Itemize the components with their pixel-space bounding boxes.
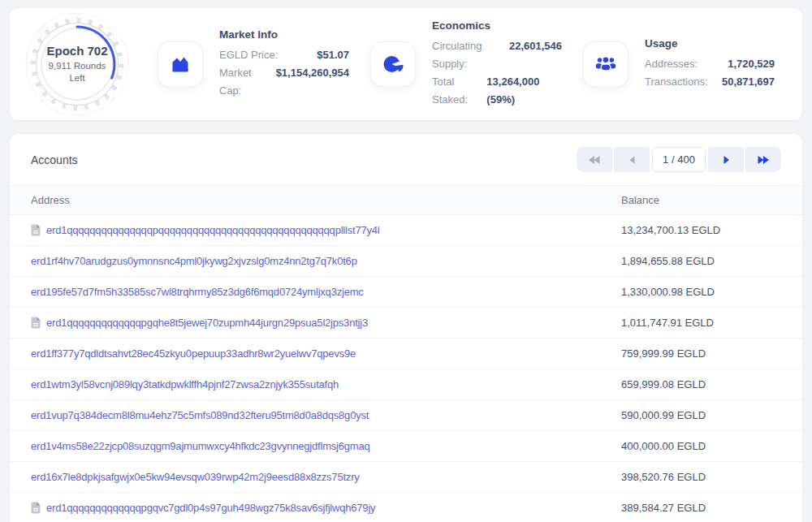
account-address-link[interactable]: erd1qqqqqqqqqqqqqqqpqqqqqqqqqqqqqqqqqqqq…: [46, 224, 380, 236]
double-chevron-right-icon: [758, 156, 769, 164]
table-row: erd195fe57d7fm5h33585sc7wl8trqhrmy85z3dg…: [10, 277, 802, 308]
table-row: erd1qqqqqqqqqqqqqqqpqqqqqqqqqqqqqqqqqqqq…: [10, 215, 802, 246]
table-row: erd16x7le8dpkjsafgwjx0e5kw94evsqw039rwp4…: [10, 462, 802, 493]
epoch-rounds-left-label: Left: [69, 72, 84, 85]
account-balance: 759,999.99 EGLD: [621, 347, 781, 360]
account-balance: 1,894,655.88 EGLD: [621, 255, 781, 267]
market-cap-label: Market Cap:: [219, 64, 276, 100]
balance-column-header: Balance: [621, 194, 781, 206]
table-row: erd1vup7q384decm8l8mu4ehz75c5mfs089nd32f…: [10, 400, 802, 431]
account-balance: 400,000.00 EGLD: [621, 440, 781, 452]
account-address-link[interactable]: erd1qqqqqqqqqqqqqpgqvc7gdl0p4s97guh498wg…: [46, 502, 375, 514]
smart-contract-icon: [31, 224, 41, 236]
table-row: erd1v4ms58e22zjcp08suzqgm9ajmumwxcy4hfkd…: [10, 431, 802, 462]
economics-title: Economics: [432, 19, 562, 32]
account-balance: 659,999.08 EGLD: [621, 378, 781, 390]
table-row: erd1rf4hv70arudgzus0ymnnsnc4pml0jkywg2xj…: [10, 246, 802, 277]
last-page-button[interactable]: [745, 147, 781, 172]
account-balance: 13,234,700.13 EGLD: [621, 224, 781, 236]
account-address-link[interactable]: erd1v4ms58e22zjcp08suzqgm9ajmumwxcy4hfkd…: [31, 440, 370, 452]
market-info-icon-card: [158, 41, 203, 87]
epoch-rounds: 9,911 Rounds: [49, 60, 106, 73]
epoch-gear-widget: Epoch 702 9,911 Rounds Left: [24, 11, 131, 118]
explorer-page: Epoch 702 9,911 Rounds Left Market Info …: [0, 0, 812, 522]
account-address-link[interactable]: erd16x7le8dpkjsafgwjx0e5kw94evsqw039rwp4…: [31, 471, 360, 483]
chevron-left-icon: [629, 156, 635, 164]
stats-blocks: Market Info EGLD Price: $51.07 Market Ca…: [158, 19, 775, 109]
circulating-supply-label: Circulating Supply:: [432, 37, 509, 73]
egld-price-value: $51.07: [317, 46, 349, 64]
account-address-link[interactable]: erd1wtm3yl58vcnj089lqy3tatkdpwklffh4pjnf…: [31, 378, 339, 390]
circulating-supply-value: 22,601,546: [509, 37, 562, 73]
previous-page-button[interactable]: [614, 147, 650, 172]
account-address-link[interactable]: erd1vup7q384decm8l8mu4ehz75c5mfs089nd32f…: [31, 409, 369, 421]
pie-chart-icon: [382, 53, 404, 75]
transactions-label: Transactions:: [645, 73, 708, 91]
table-row: erd1ff377y7qdldtsahvt28ec45zkyu0pepuup33…: [10, 339, 802, 369]
account-balance: 1,330,000.98 EGLD: [621, 286, 781, 298]
table-row: erd1qqqqqqqqqqqqqpgqvc7gdl0p4s97guh498wg…: [10, 493, 802, 522]
chevron-right-icon: [723, 156, 729, 164]
address-column-header: Address: [31, 194, 621, 206]
account-address-link[interactable]: erd195fe57d7fm5h33585sc7wl8trqhrmy85z3dg…: [31, 286, 364, 298]
double-chevron-left-icon: [589, 156, 600, 164]
addresses-label: Addresses:: [645, 55, 698, 73]
account-address-link[interactable]: erd1ff377y7qdldtsahvt28ec45zkyu0pepuup33…: [31, 347, 356, 360]
market-info-title: Market Info: [219, 28, 349, 41]
accounts-card: Accounts 1 / 400: [10, 134, 802, 522]
network-stats-card: Epoch 702 9,911 Rounds Left Market Info …: [10, 8, 802, 120]
page-indicator: 1 / 400: [652, 147, 706, 172]
pagination: 1 / 400: [577, 147, 781, 172]
smart-contract-icon: [31, 317, 41, 329]
accounts-title: Accounts: [31, 153, 78, 166]
economics-block: Economics Circulating Supply: 22,601,546…: [370, 19, 562, 109]
total-staked-label: Total Staked:: [432, 73, 486, 109]
market-cap-value: $1,154,260,954: [276, 64, 349, 100]
area-chart-icon: [169, 53, 192, 75]
transactions-value: 50,871,697: [722, 73, 775, 91]
market-info-block: Market Info EGLD Price: $51.07 Market Ca…: [158, 19, 349, 109]
account-balance: 1,011,747.91 EGLD: [621, 317, 781, 329]
account-balance: 389,584.27 EGLD: [621, 502, 781, 514]
usage-title: Usage: [645, 37, 775, 50]
table-row: erd1wtm3yl58vcnj089lqy3tatkdpwklffh4pjnf…: [10, 369, 802, 400]
table-header: Address Balance: [10, 185, 802, 215]
account-address-link[interactable]: erd1rf4hv70arudgzus0ymnnsnc4pml0jkywg2xj…: [31, 255, 357, 267]
addresses-value: 1,720,529: [728, 55, 775, 73]
first-page-button[interactable]: [577, 147, 612, 172]
egld-price-label: EGLD Price:: [219, 46, 278, 64]
account-balance: 398,520.76 EGLD: [621, 471, 781, 483]
smart-contract-icon: [31, 502, 41, 514]
next-page-button[interactable]: [708, 147, 744, 172]
account-address-link[interactable]: erd1qqqqqqqqqqqqqpgqhe8t5jewej70zupmh44j…: [46, 317, 368, 329]
usage-icon-card: [583, 41, 628, 87]
account-balance: 590,000.99 EGLD: [621, 409, 781, 421]
total-staked-value: 13,264,000 (59%): [486, 73, 562, 109]
economics-icon-card: [370, 41, 416, 87]
epoch-number: Epoch 702: [46, 43, 107, 59]
usage-block: Usage Addresses: 1,720,529 Transactions:…: [583, 19, 775, 109]
table-row: erd1qqqqqqqqqqqqqpgqhe8t5jewej70zupmh44j…: [10, 308, 802, 339]
users-icon: [594, 53, 617, 75]
